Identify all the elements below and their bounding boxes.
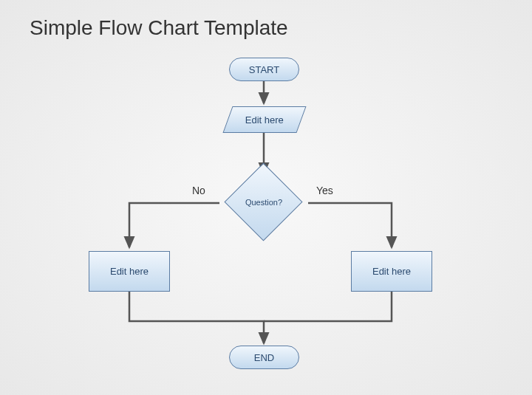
right-process-node: Edit here xyxy=(351,251,432,292)
input-label: Edit here xyxy=(245,114,284,126)
left-process-label: Edit here xyxy=(110,266,149,277)
end-label: END xyxy=(254,352,274,363)
end-node: END xyxy=(229,346,299,369)
decision-label: Question? xyxy=(219,198,308,207)
flowchart-canvas: START Edit here Question? No Yes Edit he… xyxy=(0,0,532,395)
left-process-node: Edit here xyxy=(89,251,170,292)
no-branch-label: No xyxy=(192,185,205,196)
decision-node: Question? xyxy=(219,176,308,227)
input-node: Edit here xyxy=(222,106,306,133)
start-label: START xyxy=(249,64,279,75)
start-node: START xyxy=(229,58,299,81)
yes-branch-label: Yes xyxy=(316,185,333,196)
right-process-label: Edit here xyxy=(372,266,411,277)
